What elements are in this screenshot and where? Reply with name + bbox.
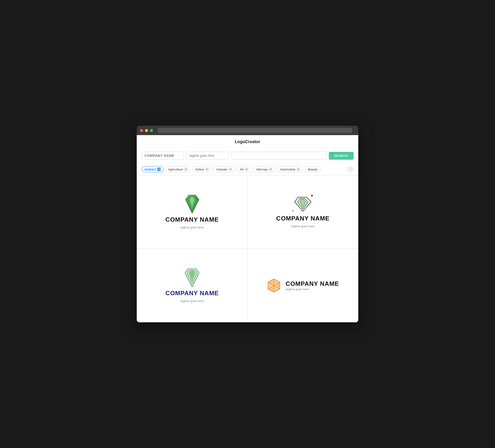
filter-art-check: ✓	[245, 168, 249, 171]
app-window: LogoCreator SEARCH Abstract ✓ Agricultur…	[137, 126, 358, 322]
app-body: LogoCreator SEARCH Abstract ✓ Agricultur…	[137, 135, 358, 322]
logo-2-company: COMPANY NAME	[276, 215, 330, 222]
filter-attorney[interactable]: Attorney ✓	[253, 166, 275, 173]
logo-grid: COMPANY NAME tagline goes here	[137, 175, 358, 322]
logo-4-tagline: tagline goes here	[286, 287, 339, 291]
company-name-input[interactable]	[141, 152, 184, 160]
gem-outline-sparkle-icon: ✦ ✦	[293, 196, 312, 212]
logo-card-2-inner: ✦ ✦ COMPANY NAME tagline goes here	[276, 196, 330, 228]
gem-solid-green-icon	[185, 195, 199, 214]
gem-polygon-orange-icon	[267, 279, 281, 293]
filter-art[interactable]: Art ✓	[237, 166, 252, 173]
app-title: LogoCreator	[137, 135, 358, 148]
filter-agriculture-check: ✓	[184, 168, 188, 171]
maximize-button[interactable]	[150, 129, 153, 132]
filter-next-button[interactable]: →	[347, 166, 354, 173]
logo-card-2[interactable]: ✦ ✦ COMPANY NAME tagline goes here	[248, 175, 358, 249]
filter-automotive[interactable]: Automotive ✓	[277, 166, 303, 173]
filter-attorney-check: ✓	[269, 168, 273, 171]
logo-1-company: COMPANY NAME	[165, 216, 219, 223]
logo-4-text-block: COMPANY NAME tagline goes here	[286, 280, 339, 291]
logo-card-1-inner: COMPANY NAME tagline goes here	[165, 195, 219, 229]
logo-card-4[interactable]: COMPANY NAME tagline goes here	[248, 249, 358, 322]
filter-airline-check: ✓	[205, 168, 209, 171]
logo-3-tagline: tagline goes here	[180, 299, 204, 303]
tagline-input[interactable]	[186, 152, 229, 160]
app-title-text: LogoCreator	[235, 139, 260, 144]
search-bar: SEARCH	[137, 148, 358, 164]
logo-card-4-inner: COMPANY NAME tagline goes here	[267, 279, 339, 293]
filter-attorney-label: Attorney	[256, 168, 268, 171]
logo-4-company: COMPANY NAME	[286, 280, 339, 287]
filter-animals-check: ✓	[228, 168, 232, 171]
filter-abstract-check: ✓	[157, 168, 161, 171]
extra-search-input[interactable]	[231, 152, 327, 160]
filter-art-label: Art	[240, 168, 244, 171]
filter-animals-label: Animals	[216, 168, 227, 171]
search-button[interactable]: SEARCH	[329, 152, 354, 160]
logo-1-tagline: tagline goes here	[180, 226, 204, 229]
filter-beauty-label: Beauty	[308, 168, 317, 171]
logo-2-tagline: tagline goes here	[291, 224, 315, 228]
filter-bar: Abstract ✓ Agriculture ✓ Airline ✓ Anima…	[137, 164, 358, 175]
close-button[interactable]	[140, 129, 143, 132]
gem-outline-green-icon	[185, 268, 199, 287]
filter-animals[interactable]: Animals ✓	[213, 166, 235, 173]
filter-airline-label: Airline	[195, 168, 204, 171]
sparkle-top-icon: ✦	[310, 193, 314, 198]
logo-card-3-inner: COMPANY NAME tagline goes here	[165, 268, 219, 303]
filter-agriculture-label: Agriculture	[168, 168, 183, 171]
logo-card-1[interactable]: COMPANY NAME tagline goes here	[137, 175, 247, 249]
filter-agriculture[interactable]: Agriculture ✓	[165, 166, 191, 173]
logo-3-company: COMPANY NAME	[165, 290, 219, 297]
logo-card-3[interactable]: COMPANY NAME tagline goes here	[137, 249, 247, 322]
titlebar	[137, 126, 358, 135]
filter-abstract-label: Abstract	[144, 168, 156, 171]
filter-beauty[interactable]: Beauty	[305, 166, 320, 173]
filter-abstract[interactable]: Abstract ✓	[141, 166, 164, 173]
filter-automotive-label: Automotive	[280, 168, 295, 171]
minimize-button[interactable]	[145, 129, 148, 132]
filter-automotive-check: ✓	[297, 168, 300, 171]
filter-airline[interactable]: Airline ✓	[192, 166, 212, 173]
address-bar	[158, 128, 352, 133]
sparkle-bottom-icon: ✦	[292, 209, 294, 212]
